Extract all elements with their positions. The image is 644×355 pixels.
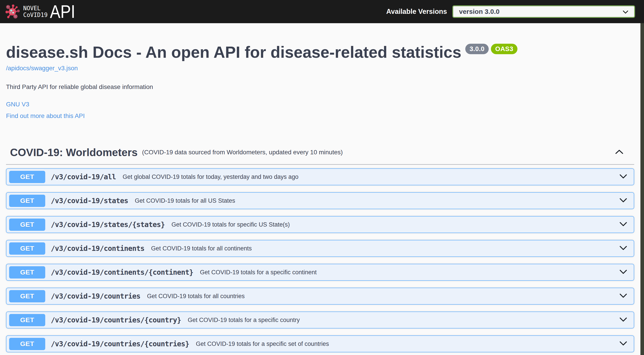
- endpoint-summary: Get COVID-19 totals for all US States: [135, 197, 235, 204]
- oas3-badge: OAS3: [491, 44, 518, 54]
- logo-line1: NOVEL: [23, 5, 48, 12]
- endpoint-summary: Get global COVID-19 totals for today, ye…: [122, 173, 298, 180]
- endpoint-summary: Get COVID-19 totals for a specific set o…: [196, 340, 329, 347]
- endpoint-list: GET /v3/covid-19/all Get global COVID-19…: [6, 165, 634, 352]
- logo[interactable]: NOVEL CoVID19 API: [5, 3, 79, 21]
- virus-icon: [5, 4, 20, 20]
- get-method-badge: GET: [9, 338, 45, 350]
- endpoint-path: /v3/covid-19/countries/{country}: [51, 316, 181, 324]
- api-info: disease.sh Docs - An open API for diseas…: [6, 23, 634, 120]
- title-text: disease.sh Docs - An open API for diseas…: [6, 43, 461, 61]
- endpoint-path: /v3/covid-19/states/{states}: [51, 220, 165, 229]
- chevron-down-icon[interactable]: [620, 270, 627, 275]
- available-versions-label: Available Versions: [386, 8, 447, 16]
- chevron-down-icon: [622, 8, 628, 16]
- chevron-down-icon[interactable]: [620, 246, 627, 251]
- endpoint-path: /v3/covid-19/all: [51, 173, 116, 181]
- version-badge: 3.0.0: [465, 44, 489, 54]
- endpoint-path: /v3/covid-19/countries/{countries}: [51, 339, 189, 348]
- get-method-badge: GET: [9, 314, 45, 326]
- version-select-value: version 3.0.0: [459, 8, 500, 16]
- get-method-badge: GET: [9, 266, 45, 278]
- endpoint-row-countries[interactable]: GET /v3/covid-19/countries Get COVID-19 …: [6, 288, 634, 305]
- endpoint-summary: Get COVID-19 totals for all continents: [151, 245, 252, 252]
- get-method-badge: GET: [9, 290, 45, 302]
- chevron-down-icon[interactable]: [620, 317, 627, 323]
- endpoint-row-continents[interactable]: GET /v3/covid-19/continents Get COVID-19…: [6, 240, 634, 257]
- license-link[interactable]: GNU V3: [6, 101, 29, 108]
- chevron-down-icon[interactable]: [620, 341, 627, 346]
- chevron-down-icon[interactable]: [620, 293, 627, 299]
- page-title: disease.sh Docs - An open API for diseas…: [6, 43, 634, 62]
- version-select[interactable]: version 3.0.0: [452, 5, 635, 18]
- get-method-badge: GET: [9, 219, 45, 231]
- endpoint-summary: Get COVID-19 totals for specific US Stat…: [171, 221, 290, 228]
- endpoint-row-states[interactable]: GET /v3/covid-19/states Get COVID-19 tot…: [6, 192, 634, 209]
- tag-subtitle: (COVID-19 data sourced from Worldometers…: [142, 149, 343, 156]
- endpoint-summary: Get COVID-19 totals for all countries: [147, 293, 245, 300]
- more-info-link[interactable]: Find out more about this API: [6, 112, 85, 120]
- chevron-down-icon[interactable]: [620, 174, 627, 180]
- endpoint-path: /v3/covid-19/states: [51, 196, 128, 205]
- chevron-down-icon[interactable]: [620, 222, 627, 227]
- chevron-down-icon[interactable]: [620, 198, 627, 203]
- endpoint-row-countries-param[interactable]: GET /v3/covid-19/countries/{countries} G…: [6, 335, 634, 352]
- endpoint-path: /v3/covid-19/countries: [51, 292, 140, 300]
- topbar: NOVEL CoVID19 API Available Versions ver…: [0, 0, 644, 23]
- get-method-badge: GET: [9, 171, 45, 183]
- logo-text: NOVEL CoVID19: [23, 5, 48, 18]
- endpoint-row-continent-param[interactable]: GET /v3/covid-19/continents/{continent} …: [6, 264, 634, 281]
- endpoint-path: /v3/covid-19/continents: [51, 244, 144, 253]
- api-description: Third Party API for reliable global dise…: [6, 83, 634, 91]
- chevron-up-icon[interactable]: [615, 149, 624, 155]
- tag-title: COVID-19: Worldometers: [10, 146, 138, 159]
- spec-json-link[interactable]: /apidocs/swagger_v3.json: [6, 65, 78, 72]
- endpoint-row-all[interactable]: GET /v3/covid-19/all Get global COVID-19…: [6, 168, 634, 185]
- endpoint-path: /v3/covid-19/continents/{continent}: [51, 268, 193, 276]
- get-method-badge: GET: [9, 242, 45, 255]
- scrollbar-gutter: [640, 0, 644, 355]
- get-method-badge: GET: [9, 195, 45, 207]
- tag-section-worldometers: COVID-19: Worldometers (COVID-19 data so…: [6, 146, 634, 352]
- logo-api-text: API: [50, 3, 75, 21]
- tag-header[interactable]: COVID-19: Worldometers (COVID-19 data so…: [6, 146, 634, 159]
- endpoint-summary: Get COVID-19 totals for a specific count…: [188, 317, 300, 323]
- endpoint-row-country-param[interactable]: GET /v3/covid-19/countries/{country} Get…: [6, 311, 634, 328]
- endpoint-row-states-param[interactable]: GET /v3/covid-19/states/{states} Get COV…: [6, 216, 634, 233]
- endpoint-summary: Get COVID-19 totals for a specific conti…: [200, 269, 317, 276]
- logo-line2: CoVID19: [23, 12, 48, 18]
